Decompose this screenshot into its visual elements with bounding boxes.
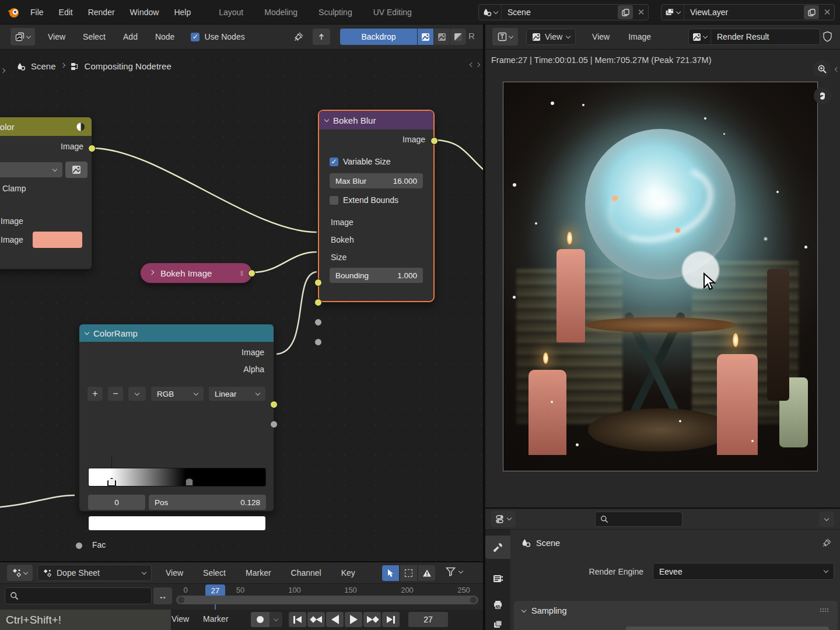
channel-search-input[interactable] (5, 587, 152, 604)
node-canvas[interactable]: Scene Compositing Nodetree Color Image C… (0, 50, 483, 561)
blur-input-size-socket[interactable] (314, 318, 322, 326)
workspace-tab-sculpting[interactable]: Sculpting (313, 8, 358, 17)
editor-type-properties-button[interactable] (491, 511, 516, 527)
blur-output-image-socket[interactable] (430, 137, 438, 145)
prev-keyframe-button[interactable] (307, 612, 325, 627)
colorramp-node[interactable]: ColorRamp Image Alpha + − RGB Linear (79, 324, 274, 512)
backdrop-toggle[interactable]: Backdrop (340, 29, 417, 45)
sampling-partial-field[interactable] (626, 626, 829, 630)
menu-render[interactable]: Render (85, 8, 118, 17)
backdrop-channel-r-label[interactable]: R (468, 31, 475, 41)
stop-color-swatch[interactable] (88, 516, 266, 531)
unlink-scene-icon[interactable]: ✕ (634, 7, 648, 18)
editor-type-compositor-button[interactable] (10, 28, 35, 46)
expand-node-icon[interactable] (149, 270, 154, 274)
ds-menu-select[interactable]: Select (200, 568, 229, 578)
ramp-options-dropdown[interactable] (128, 387, 146, 401)
node-menu-view[interactable]: View (44, 32, 69, 41)
blur-input-image-socket[interactable] (314, 279, 322, 286)
jump-to-start-button[interactable] (289, 612, 306, 627)
filter-dropdown[interactable] (446, 567, 463, 576)
backdrop-channel-color-alpha-button[interactable] (434, 29, 450, 45)
collapse-node-icon[interactable] (324, 117, 329, 121)
auto-keying-record-button[interactable] (251, 612, 270, 627)
ramp-output-alpha-socket[interactable] (270, 421, 278, 428)
max-blur-field[interactable]: Max Blur 16.000 (330, 173, 423, 188)
ds-menu-view[interactable]: View (162, 568, 187, 578)
pan-hand-button[interactable] (814, 87, 831, 104)
image-datablock-selector[interactable]: Render Result (688, 29, 820, 45)
node-menu-select[interactable]: Select (79, 32, 109, 41)
menu-window[interactable]: Window (127, 8, 163, 17)
editor-type-dope-sheet-button[interactable] (7, 565, 33, 581)
scene-selector[interactable]: Scene ✕ (478, 4, 649, 20)
zoom-in-button[interactable] (813, 60, 831, 78)
mix-color-swatch[interactable] (33, 232, 82, 248)
workspace-tab-layout[interactable]: Layout (213, 8, 249, 17)
remove-viewlayer-icon[interactable]: ✕ (820, 7, 834, 18)
colorramp-node-header[interactable]: ColorRamp (79, 324, 274, 342)
ds-menu-key[interactable]: Key (338, 568, 359, 578)
properties-search-input[interactable] (595, 512, 682, 527)
add-stop-button[interactable]: + (88, 387, 103, 401)
auto-keying-options-dropdown[interactable] (270, 612, 282, 627)
tweak-tool-button[interactable] (382, 565, 399, 581)
mix-image-swatch-button[interactable] (65, 162, 88, 178)
backdrop-channel-color-button[interactable] (418, 29, 433, 45)
play-reverse-button[interactable] (326, 612, 344, 627)
tab-viewlayer-properties[interactable] (485, 618, 510, 629)
ramp-interpolation-dropdown[interactable]: Linear (209, 387, 265, 401)
scene-icon[interactable] (479, 5, 502, 20)
breadcrumb-scene[interactable]: Scene (31, 61, 56, 71)
image-mode-dropdown[interactable]: View (526, 29, 576, 45)
viewlayer-selector[interactable]: ViewLayer ✕ (661, 4, 835, 20)
bokeh-blur-node-header[interactable]: Bokeh Blur (319, 111, 433, 130)
blur-input-bokeh-socket[interactable] (314, 299, 322, 306)
node-menu-add[interactable]: Add (120, 32, 141, 41)
properties-breadcrumb-scene[interactable]: Scene (536, 538, 817, 548)
parent-node-tree-button[interactable] (313, 29, 330, 45)
next-keyframe-button[interactable] (363, 612, 381, 627)
horizontal-scrollbar[interactable] (176, 596, 478, 604)
region-arrows-right[interactable] (470, 65, 480, 66)
timeline-ruler[interactable]: 0 50 100 150 200 250 27 (175, 584, 483, 610)
sampling-panel-title[interactable]: Sampling (531, 606, 814, 615)
colorramp-gradient-bar[interactable] (88, 468, 266, 487)
variable-size-checkbox[interactable]: ✓ (330, 158, 338, 166)
viewlayer-icon[interactable] (662, 5, 684, 20)
viewlayer-name-value[interactable]: ViewLayer (684, 8, 804, 17)
display-channels-shield-icon[interactable] (822, 31, 832, 42)
blender-logo-icon[interactable] (7, 5, 21, 19)
jump-to-end-button[interactable] (382, 612, 400, 627)
new-scene-button[interactable] (618, 5, 633, 19)
tl-menu-marker[interactable]: Marker (200, 614, 232, 624)
ramp-input-fac-socket[interactable] (75, 542, 83, 550)
use-nodes-checkbox[interactable]: ✓ (191, 33, 200, 41)
bounding-box-field[interactable]: Bounding 1.000 (330, 268, 423, 283)
remove-stop-button[interactable]: − (108, 387, 123, 401)
tab-render-properties[interactable] (485, 567, 510, 590)
dope-sheet-mode-dropdown[interactable]: Dope Sheet (37, 565, 152, 581)
tl-menu-view[interactable]: View (168, 614, 192, 624)
ramp-output-image-socket[interactable] (270, 401, 278, 408)
mix-color-node-header[interactable]: Color (0, 117, 92, 136)
dope-sheet-body[interactable]: ↔ 0 50 100 150 200 250 27 (0, 584, 483, 610)
region-expand-left-icon[interactable] (1, 65, 5, 74)
workspace-tab-modeling[interactable]: Modeling (258, 8, 303, 17)
ramp-color-mode-dropdown[interactable]: RGB (151, 387, 204, 401)
render-engine-dropdown[interactable]: Eevee (653, 563, 834, 580)
blur-input-bounding-socket[interactable] (314, 338, 322, 346)
image-canvas[interactable]: Frame:27 | Time:00:01.05 | Mem:705.27M (… (485, 50, 840, 508)
image-datablock-value[interactable]: Render Result (711, 32, 775, 41)
image-menu-image[interactable]: Image (625, 32, 654, 41)
mix-output-image-socket[interactable] (88, 145, 96, 152)
panel-grip-icon[interactable] (820, 608, 830, 613)
menu-file[interactable]: File (27, 8, 47, 17)
properties-options-dropdown[interactable] (819, 512, 834, 527)
stop-position-field[interactable]: Pos 0.128 (149, 495, 266, 510)
node-menu-node[interactable]: Node (152, 32, 178, 41)
mix-blend-mode-dropdown[interactable]: Color (0, 162, 62, 177)
box-select-tool-button[interactable] (400, 565, 417, 581)
workspace-tab-uv-editing[interactable]: UV Editing (368, 8, 418, 17)
breadcrumb-nodetree[interactable]: Compositing Nodetree (85, 61, 172, 71)
